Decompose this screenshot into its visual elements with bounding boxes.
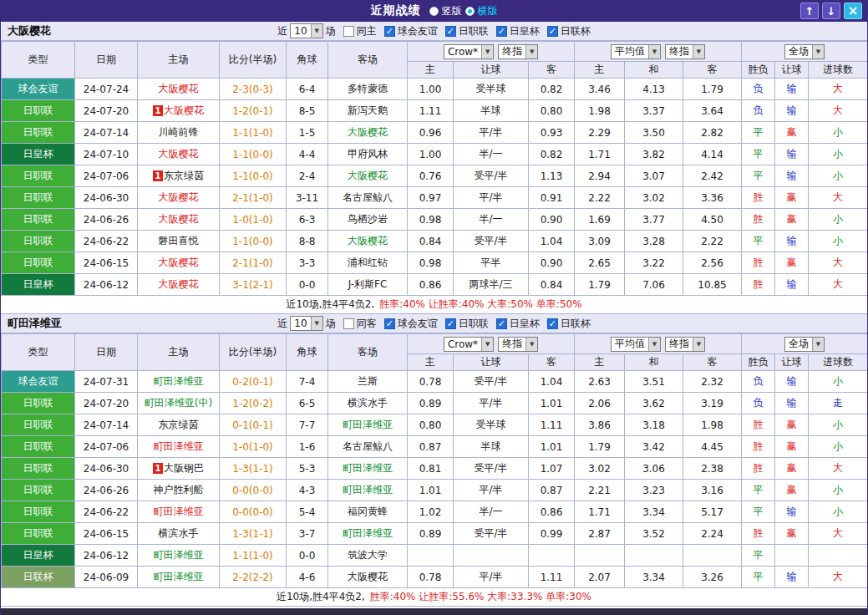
home-team-name[interactable]: 大阪樱花 <box>159 257 199 268</box>
away-team-name[interactable]: 甲府风林 <box>348 148 388 160</box>
home-team-name[interactable]: 町田泽维亚 <box>154 440 204 452</box>
home-team-cell[interactable]: 1东京绿茵 <box>138 165 220 187</box>
home-team-cell[interactable]: 大阪樱花 <box>138 209 220 231</box>
league-cup-checkbox[interactable] <box>547 318 558 329</box>
away-team-name[interactable]: 鸟栖沙岩 <box>348 213 388 225</box>
home-team-cell[interactable]: 町田泽维亚 <box>138 567 220 588</box>
match-count-select[interactable]: 10▼ <box>290 316 322 331</box>
home-team-cell[interactable]: 町田泽维亚 <box>138 371 220 393</box>
home-team-cell[interactable]: 1大阪钢巴 <box>138 458 220 480</box>
scroll-down-button[interactable]: ↓ <box>822 3 840 19</box>
home-team-name[interactable]: 町田泽维亚 <box>154 506 204 517</box>
away-team-cell[interactable]: 浦和红钻 <box>328 252 408 274</box>
full-match-select[interactable]: 全场▼ <box>784 44 825 59</box>
jleague-checkbox[interactable] <box>445 318 456 329</box>
home-team-name[interactable]: 町田泽维亚(中) <box>145 397 212 409</box>
score-cell[interactable]: 0-0(0-0) <box>220 501 287 523</box>
away-team-cell[interactable]: 町田泽维亚 <box>328 458 408 480</box>
away-team-name[interactable]: 筑波大学 <box>348 549 388 561</box>
same-venue-checkbox[interactable] <box>343 318 354 329</box>
home-team-cell[interactable]: 大阪樱花 <box>138 144 220 165</box>
home-team-cell[interactable]: 大阪樱花 <box>138 274 220 296</box>
home-team-name[interactable]: 东京绿茵 <box>164 170 204 181</box>
friendly-checkbox[interactable] <box>384 26 395 37</box>
full-match-select[interactable]: 全场▼ <box>784 337 825 352</box>
home-team-cell[interactable]: 东京绿茵 <box>138 414 220 436</box>
home-team-name[interactable]: 町田泽维亚 <box>154 375 204 387</box>
score-cell[interactable]: 1-3(1-1) <box>220 458 287 480</box>
away-team-cell[interactable]: 新泻天鹅 <box>328 100 408 122</box>
average-select[interactable]: 平均值▼ <box>611 44 661 59</box>
home-team-cell[interactable]: 町田泽维亚 <box>138 545 220 567</box>
away-team-cell[interactable]: 名古屋鲸八 <box>328 436 408 458</box>
away-team-name[interactable]: 浦和红钻 <box>348 257 388 268</box>
average-final-index-select[interactable]: 终指▼ <box>665 337 705 352</box>
home-team-cell[interactable]: 川崎前锋 <box>138 122 220 144</box>
scroll-up-button[interactable]: ↑ <box>800 3 819 19</box>
home-team-cell[interactable]: 大阪樱花 <box>138 252 220 274</box>
home-team-name[interactable]: 东京绿茵 <box>159 419 199 430</box>
score-cell[interactable]: 1-2(0-2) <box>220 393 287 414</box>
score-cell[interactable]: 1-2(0-1) <box>220 100 287 122</box>
score-cell[interactable]: 1-0(1-0) <box>220 436 287 458</box>
home-team-cell[interactable]: 横滨水手 <box>138 523 220 545</box>
score-cell[interactable]: 0-2(0-1) <box>220 371 287 393</box>
away-team-name[interactable]: 大阪樱花 <box>348 126 388 138</box>
home-team-cell[interactable]: 町田泽维亚 <box>138 501 220 523</box>
home-team-name[interactable]: 神户胜利船 <box>154 484 204 496</box>
away-team-cell[interactable]: 鸟栖沙岩 <box>328 209 408 231</box>
match-count-select[interactable]: 10▼ <box>290 23 322 38</box>
score-cell[interactable]: 2-1(1-0) <box>220 187 287 209</box>
odds-source-select[interactable]: Crow*▼ <box>444 44 494 59</box>
home-team-cell[interactable]: 磐田喜悦 <box>138 231 220 252</box>
away-team-cell[interactable]: 横滨水手 <box>328 393 408 414</box>
away-team-cell[interactable]: 大阪樱花 <box>328 231 408 252</box>
home-team-cell[interactable]: 1大阪樱花 <box>138 100 220 122</box>
jleague-checkbox[interactable] <box>445 26 456 37</box>
odds-final-index-select[interactable]: 终指▼ <box>498 337 538 352</box>
horizontal-layout-radio[interactable] <box>465 7 475 16</box>
away-team-name[interactable]: 大阪樱花 <box>348 170 388 181</box>
away-team-cell[interactable]: 甲府风林 <box>328 144 408 165</box>
away-team-name[interactable]: 兰斯 <box>358 375 378 387</box>
score-cell[interactable]: 1-1(0-0) <box>220 144 287 165</box>
odds-source-select[interactable]: Crow*▼ <box>444 337 494 352</box>
away-team-cell[interactable]: 大阪樱花 <box>328 165 408 187</box>
horizontal-layout-label[interactable]: 横版 <box>478 4 498 18</box>
same-venue-checkbox[interactable] <box>343 26 354 37</box>
home-team-cell[interactable]: 町田泽维亚 <box>138 436 220 458</box>
league-cup-checkbox[interactable] <box>547 26 558 37</box>
away-team-name[interactable]: 福冈黄蜂 <box>348 506 388 517</box>
away-team-name[interactable]: 町田泽维亚 <box>343 462 393 474</box>
away-team-cell[interactable]: 大阪樱花 <box>328 122 408 144</box>
home-team-name[interactable]: 町田泽维亚 <box>154 571 204 582</box>
away-team-name[interactable]: 町田泽维亚 <box>343 484 393 496</box>
home-team-cell[interactable]: 大阪樱花 <box>138 187 220 209</box>
home-team-name[interactable]: 川崎前锋 <box>159 126 199 138</box>
away-team-cell[interactable]: 町田泽维亚 <box>328 523 408 545</box>
home-team-name[interactable]: 大阪樱花 <box>164 104 204 116</box>
away-team-cell[interactable]: 大阪樱花 <box>328 567 408 588</box>
score-cell[interactable]: 3-1(2-1) <box>220 274 287 296</box>
home-team-name[interactable]: 大阪樱花 <box>159 213 199 225</box>
close-button[interactable]: × <box>844 3 862 19</box>
average-final-index-select[interactable]: 终指▼ <box>665 44 705 59</box>
home-team-cell[interactable]: 町田泽维亚(中) <box>138 393 220 414</box>
home-team-name[interactable]: 大阪钢巴 <box>164 462 204 474</box>
home-team-name[interactable]: 町田泽维亚 <box>154 549 204 561</box>
score-cell[interactable]: 1-1(0-0) <box>220 165 287 187</box>
score-cell[interactable]: 2-3(0-3) <box>220 79 287 100</box>
home-team-name[interactable]: 磐田喜悦 <box>159 235 199 247</box>
away-team-name[interactable]: 大阪樱花 <box>348 571 388 582</box>
vertical-layout-radio[interactable] <box>429 7 439 16</box>
away-team-cell[interactable]: 福冈黄蜂 <box>328 501 408 523</box>
score-cell[interactable]: 1-3(1-1) <box>220 523 287 545</box>
away-team-cell[interactable]: 多特蒙德 <box>328 79 408 100</box>
emperor-cup-checkbox[interactable] <box>496 318 507 329</box>
away-team-cell[interactable]: 筑波大学 <box>328 545 408 567</box>
score-cell[interactable]: 2-1(1-0) <box>220 252 287 274</box>
away-team-cell[interactable]: 名古屋鲸八 <box>328 187 408 209</box>
score-cell[interactable]: 1-0(1-0) <box>220 209 287 231</box>
away-team-cell[interactable]: 兰斯 <box>328 371 408 393</box>
home-team-cell[interactable]: 大阪樱花 <box>138 79 220 100</box>
